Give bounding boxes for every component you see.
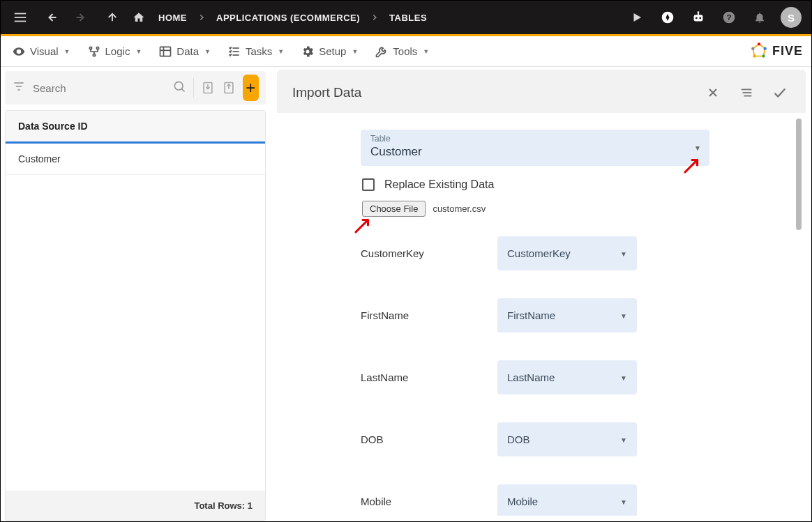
confirm-icon[interactable]	[768, 81, 792, 105]
chevron-right-icon	[197, 13, 206, 22]
dropdown-caret-icon: ▼	[620, 436, 627, 443]
mapping-dropdown[interactable]: LastName▼	[497, 360, 637, 394]
up-icon[interactable]	[98, 3, 126, 31]
dropdown-caret-icon: ▼	[620, 498, 627, 505]
tab-visual[interactable]: Visual▼	[9, 42, 73, 61]
footer-label: Total Rows:	[194, 500, 245, 511]
help-icon[interactable]: ?	[715, 3, 743, 31]
tab-label: Tools	[393, 45, 417, 57]
data-source-list: Data Source ID Customer Total Rows: 1	[5, 110, 266, 521]
tab-label: Visual	[30, 45, 59, 57]
user-avatar[interactable]: S	[781, 7, 802, 28]
table-dropdown-label: Table	[370, 134, 701, 144]
content-area: Import Data Table Customer ▼	[270, 67, 811, 521]
table-dropdown-value: Customer	[370, 145, 422, 158]
export-icon[interactable]	[222, 78, 236, 98]
choose-file-row: Choose File customer.csv	[361, 201, 709, 217]
import-card: Import Data Table Customer ▼	[277, 70, 806, 516]
svg-marker-6	[634, 13, 642, 22]
tab-label: Tasks	[246, 45, 272, 57]
import-icon[interactable]	[201, 78, 215, 98]
mapping-dropdown[interactable]: FirstName▼	[497, 298, 637, 332]
mapping-label: CustomerKey	[361, 247, 479, 259]
search-toolbar: +	[5, 71, 266, 105]
annotation-arrow-icon	[682, 155, 702, 176]
dropdown-caret-icon: ▼	[620, 374, 627, 381]
list-row[interactable]: Customer	[6, 144, 265, 175]
filter-icon[interactable]	[12, 79, 26, 96]
svg-line-35	[181, 89, 184, 91]
svg-point-10	[696, 17, 698, 20]
tab-label: Logic	[105, 45, 130, 57]
selected-filename: customer.csv	[433, 204, 486, 214]
card-title: Import Data	[292, 85, 691, 100]
svg-point-34	[174, 82, 183, 90]
field-mapping-row: DOBDOB▼	[361, 422, 709, 456]
main-layout: + Data Source ID Customer Total Rows: 1 …	[1, 67, 811, 521]
annotation-arrow-icon	[352, 215, 373, 236]
add-button[interactable]: +	[243, 75, 259, 101]
compass-icon[interactable]	[654, 3, 682, 31]
field-mapping-row: CustomerKeyCustomerKey▼	[361, 236, 709, 270]
field-mapping-row: LastNameLastName▼	[361, 360, 709, 394]
sidebar: + Data Source ID Customer Total Rows: 1	[1, 67, 270, 521]
search-icon[interactable]	[172, 79, 186, 96]
search-input[interactable]	[33, 82, 165, 94]
mapping-label: FirstName	[361, 309, 479, 321]
replace-existing-label: Replace Existing Data	[384, 178, 494, 191]
vertical-scrollbar[interactable]	[796, 118, 802, 230]
replace-existing-checkbox[interactable]	[362, 178, 375, 191]
tab-logic[interactable]: Logic▼	[84, 42, 145, 61]
svg-text:?: ?	[726, 13, 731, 22]
brand-logo: FIVE	[750, 43, 803, 61]
svg-point-27	[763, 47, 766, 49]
svg-point-18	[93, 54, 95, 56]
mapping-dropdown[interactable]: DOB▼	[497, 422, 637, 456]
breadcrumb-tables[interactable]: TABLES	[382, 13, 434, 23]
mapping-dropdown[interactable]: CustomerKey▼	[497, 236, 637, 270]
secondary-tabs-bar: Visual▼ Logic▼ Data▼ Tasks▼ Setup▼ Tools…	[1, 36, 811, 67]
notes-icon[interactable]	[735, 81, 758, 105]
svg-point-28	[762, 54, 765, 57]
back-icon[interactable]	[37, 3, 65, 31]
dropdown-caret-icon: ▼	[620, 250, 627, 257]
footer-value: 1	[248, 500, 253, 511]
tab-data[interactable]: Data▼	[156, 42, 213, 61]
home-icon[interactable]	[129, 3, 149, 31]
svg-point-11	[699, 17, 701, 20]
dropdown-caret-icon: ▼	[620, 312, 627, 319]
choose-file-button[interactable]: Choose File	[362, 201, 426, 217]
bell-icon[interactable]	[746, 3, 774, 31]
breadcrumb-applications[interactable]: APPLICATIONS (ECOMMERCE)	[209, 13, 367, 23]
mapping-dropdown[interactable]: Mobile▼	[497, 484, 637, 516]
play-icon[interactable]	[623, 3, 651, 31]
svg-point-29	[753, 54, 755, 57]
field-mapping-row: MobileMobile▼	[361, 484, 709, 516]
tab-tools[interactable]: Tools▼	[372, 42, 432, 61]
field-mapping-row: FirstNameFirstName▼	[361, 298, 709, 332]
hamburger-menu-icon[interactable]	[6, 3, 34, 31]
dropdown-caret-icon: ▼	[694, 144, 701, 152]
svg-point-26	[758, 43, 760, 45]
robot-icon[interactable]	[684, 3, 712, 31]
list-footer: Total Rows: 1	[6, 491, 265, 521]
mapping-label: Mobile	[361, 496, 479, 507]
mapping-label: LastName	[361, 371, 479, 383]
tab-setup[interactable]: Setup▼	[298, 42, 361, 61]
tab-label: Data	[176, 45, 199, 57]
svg-point-30	[751, 47, 754, 49]
mapping-label: DOB	[361, 433, 479, 445]
list-header: Data Source ID	[6, 111, 265, 144]
card-header: Import Data	[277, 70, 806, 113]
table-dropdown[interactable]: Table Customer ▼	[361, 130, 709, 166]
tab-tasks[interactable]: Tasks▼	[225, 42, 287, 61]
svg-point-16	[89, 47, 91, 49]
svg-point-13	[698, 11, 700, 13]
card-body: Table Customer ▼ Replace Existing Data C…	[277, 113, 806, 516]
svg-rect-19	[160, 47, 171, 56]
close-icon[interactable]	[701, 81, 725, 105]
breadcrumb-home[interactable]: HOME	[151, 13, 194, 23]
top-app-bar: HOME APPLICATIONS (ECOMMERCE) TABLES ? S	[1, 1, 811, 34]
chevron-right-icon	[370, 13, 379, 22]
svg-marker-25	[753, 44, 765, 56]
